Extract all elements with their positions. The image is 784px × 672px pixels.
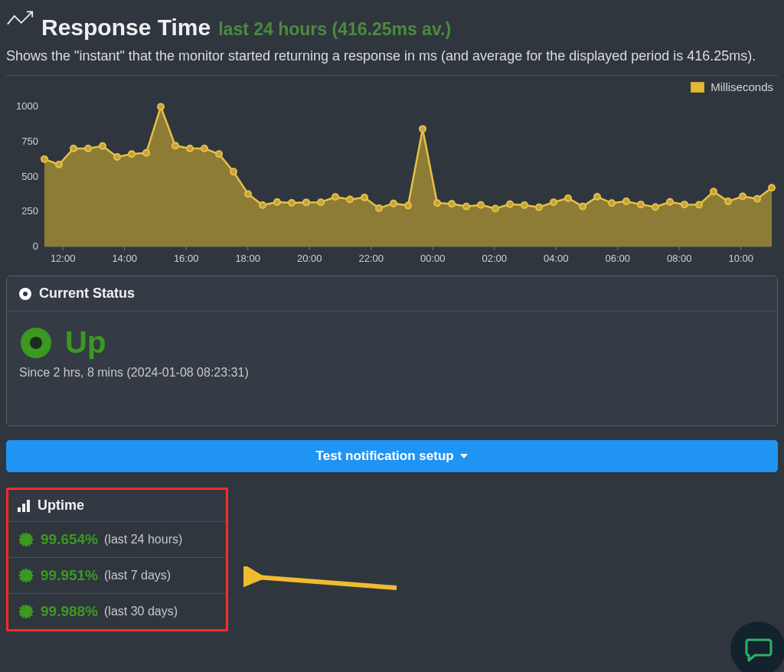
svg-point-62	[507, 201, 513, 207]
uptime-label: (last 24 hours)	[104, 533, 182, 546]
svg-point-57	[434, 200, 440, 206]
svg-text:12:00: 12:00	[51, 253, 76, 264]
svg-point-63	[521, 202, 528, 208]
svg-point-71	[638, 201, 644, 207]
svg-text:00:00: 00:00	[420, 253, 446, 264]
svg-point-34	[100, 143, 106, 149]
svg-point-77	[725, 198, 731, 204]
svg-point-60	[478, 202, 484, 208]
svg-point-37	[143, 150, 149, 156]
bars-icon	[18, 500, 30, 512]
svg-point-45	[260, 202, 266, 208]
svg-text:02:00: 02:00	[482, 253, 507, 264]
svg-point-67	[580, 204, 586, 210]
uptime-row: 99.654%(last 24 hours)	[8, 522, 226, 557]
svg-point-58	[449, 201, 455, 207]
svg-line-84	[257, 577, 397, 588]
svg-point-70	[623, 198, 629, 204]
page-title-block: Response Time last 24 hours (416.25ms av…	[6, 8, 778, 41]
svg-text:16:00: 16:00	[174, 253, 199, 264]
current-status-panel: Current Status Up Since 2 hrs, 8 mins (2…	[6, 276, 778, 426]
page-subtitle: last 24 hours (416.25ms av.)	[218, 19, 451, 40]
page-description: Shows the "instant" that the monitor sta…	[6, 48, 778, 64]
page-title: Response Time	[41, 15, 211, 41]
burst-icon	[18, 567, 34, 584]
svg-point-66	[565, 195, 571, 201]
svg-point-61	[492, 205, 498, 211]
svg-point-44	[245, 191, 251, 197]
svg-point-48	[303, 199, 309, 205]
svg-point-50	[332, 194, 338, 200]
svg-text:18:00: 18:00	[235, 253, 260, 264]
test-notification-button[interactable]: Test notification setup	[6, 440, 778, 472]
svg-point-36	[129, 151, 135, 157]
svg-text:1000: 1000	[16, 100, 38, 112]
svg-marker-82	[18, 568, 34, 583]
uptime-value: 99.951%	[41, 567, 98, 584]
svg-point-69	[609, 200, 615, 206]
chevron-down-icon	[460, 454, 468, 458]
uptime-label: (last 30 days)	[104, 605, 178, 618]
record-icon	[19, 288, 31, 300]
svg-point-55	[405, 203, 411, 209]
svg-marker-81	[18, 532, 34, 547]
svg-point-78	[740, 194, 746, 200]
chat-icon	[743, 634, 773, 664]
status-label: Up	[65, 325, 106, 360]
current-status-heading: Current Status	[7, 276, 777, 312]
svg-text:22:00: 22:00	[358, 253, 384, 264]
svg-point-51	[347, 197, 353, 203]
svg-point-75	[696, 202, 702, 208]
svg-point-64	[536, 204, 542, 210]
svg-point-43	[230, 168, 237, 175]
current-status-heading-text: Current Status	[39, 285, 135, 302]
svg-text:08:00: 08:00	[667, 253, 692, 264]
uptime-heading-text: Uptime	[38, 497, 84, 514]
svg-point-74	[681, 201, 688, 207]
response-time-chart[interactable]: 0250500750100012:0014:0016:0018:0020:002…	[6, 95, 776, 271]
uptime-heading: Uptime	[8, 490, 226, 522]
uptime-row: 99.988%(last 30 days)	[8, 593, 226, 629]
svg-text:20:00: 20:00	[297, 253, 322, 264]
svg-text:06:00: 06:00	[605, 253, 630, 264]
svg-point-76	[710, 188, 717, 194]
svg-point-41	[201, 145, 207, 152]
svg-point-73	[667, 199, 673, 205]
status-up-icon	[21, 328, 51, 358]
uptime-label: (last 7 days)	[104, 569, 171, 582]
svg-point-33	[85, 145, 91, 152]
uptime-value: 99.654%	[41, 531, 98, 548]
svg-point-40	[187, 145, 193, 152]
status-row: Up	[21, 325, 765, 360]
svg-point-68	[594, 194, 600, 200]
svg-marker-83	[18, 604, 34, 619]
svg-point-46	[274, 199, 280, 205]
svg-text:750: 750	[21, 135, 38, 147]
svg-point-38	[158, 104, 164, 110]
divider	[6, 75, 778, 76]
burst-icon	[18, 603, 34, 620]
svg-text:10:00: 10:00	[728, 253, 753, 264]
svg-text:250: 250	[21, 205, 38, 217]
svg-text:04:00: 04:00	[544, 253, 569, 264]
svg-point-32	[70, 145, 77, 152]
uptime-panel: Uptime 99.654%(last 24 hours)99.951%(las…	[6, 488, 228, 631]
annotation-arrow-icon	[243, 566, 404, 597]
svg-point-52	[361, 194, 368, 201]
support-chat-button[interactable]	[730, 621, 784, 672]
status-since: Since 2 hrs, 8 mins (2024-01-08 08:23:31…	[19, 366, 765, 380]
svg-point-42	[216, 151, 222, 157]
svg-text:500: 500	[21, 171, 38, 182]
uptime-row: 99.951%(last 7 days)	[8, 557, 226, 593]
svg-point-49	[318, 199, 324, 205]
legend-swatch	[691, 82, 704, 93]
svg-point-65	[550, 199, 557, 205]
svg-text:14:00: 14:00	[112, 253, 137, 264]
svg-point-35	[114, 154, 120, 160]
svg-point-80	[769, 184, 775, 191]
legend-label: Milliseconds	[710, 80, 773, 93]
uptime-value: 99.988%	[41, 603, 98, 620]
response-time-icon	[6, 8, 34, 38]
svg-point-72	[652, 204, 658, 210]
svg-point-56	[420, 126, 426, 132]
